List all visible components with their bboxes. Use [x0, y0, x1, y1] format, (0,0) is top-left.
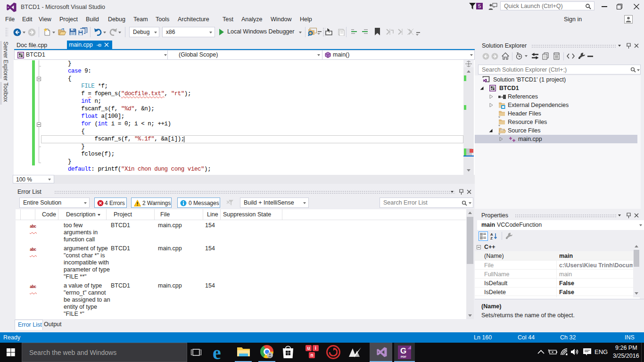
svg-text:Z: Z — [490, 236, 493, 240]
